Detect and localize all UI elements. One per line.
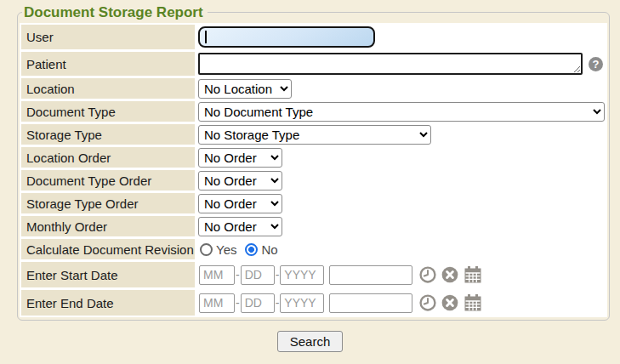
document-type-select[interactable]: No Document Type <box>198 102 605 122</box>
location-row: Location No Location <box>21 78 606 99</box>
search-button[interactable]: Search <box>277 331 344 352</box>
revision-no-radio[interactable] <box>245 243 258 256</box>
calendar-icon[interactable] <box>463 265 483 284</box>
user-row: User <box>21 25 606 49</box>
button-bar: Search <box>0 331 620 352</box>
document-type-label: Document Type <box>21 101 195 122</box>
clear-icon[interactable] <box>441 265 459 284</box>
clear-icon[interactable] <box>441 293 459 312</box>
document-type-field-cell: No Document Type <box>197 101 606 122</box>
location-label: Location <box>21 78 195 99</box>
location-order-field-cell: No Order <box>197 147 606 168</box>
clock-icon[interactable] <box>418 265 437 284</box>
date-separator: - <box>236 268 240 282</box>
revision-yes-radio[interactable] <box>200 243 213 256</box>
calculate-document-revision-row: Calculate Document Revision Yes No <box>21 239 606 259</box>
clock-icon[interactable] <box>418 293 437 312</box>
storage-type-order-label: Storage Type Order <box>21 193 195 213</box>
storage-type-label: Storage Type <box>21 124 195 145</box>
location-field-cell: No Location <box>197 78 606 99</box>
report-fieldset: Document Storage Report User Patient ? <box>17 3 610 321</box>
patient-row: Patient ? <box>21 52 606 76</box>
user-input[interactable] <box>198 26 375 48</box>
revision-yes-label: Yes <box>216 242 236 257</box>
user-field-cell <box>197 25 606 49</box>
start-date-year-input[interactable] <box>280 265 324 285</box>
end-date-day-input[interactable] <box>241 293 275 313</box>
start-date-month-input[interactable] <box>199 265 235 285</box>
start-date-row: Enter Start Date - - <box>21 262 606 287</box>
revision-no-label: No <box>261 242 277 257</box>
monthly-order-select[interactable]: No Order <box>198 217 282 236</box>
storage-type-select[interactable]: No Storage Type <box>198 125 431 145</box>
document-storage-report-page: Document Storage Report User Patient ? <box>0 3 620 364</box>
calculate-document-revision-field-cell: Yes No <box>197 239 606 259</box>
calculate-document-revision-label: Calculate Document Revision <box>21 239 195 259</box>
patient-field-cell: ? <box>197 52 606 76</box>
location-order-row: Location Order No Order <box>21 147 606 168</box>
user-label: User <box>21 25 195 49</box>
start-date-day-input[interactable] <box>241 265 275 285</box>
text-caret <box>205 31 207 43</box>
storage-type-order-row: Storage Type Order No Order <box>21 193 606 213</box>
document-type-order-row: Document Type Order No Order <box>21 170 606 191</box>
end-date-display-input[interactable] <box>329 293 412 313</box>
help-icon[interactable]: ? <box>589 57 603 71</box>
storage-type-order-select[interactable]: No Order <box>198 194 282 213</box>
start-date-field-cell: - - <box>197 262 606 287</box>
document-type-order-select[interactable]: No Order <box>198 171 282 191</box>
storage-type-field-cell: No Storage Type <box>197 124 606 145</box>
patient-label: Patient <box>21 52 195 76</box>
monthly-order-label: Monthly Order <box>21 216 195 236</box>
report-form: User Patient ? Location <box>20 23 607 317</box>
start-date-label: Enter Start Date <box>21 262 195 287</box>
date-separator: - <box>276 296 280 310</box>
end-date-label: Enter End Date <box>21 290 195 316</box>
end-date-field-cell: - - <box>197 290 606 316</box>
end-date-month-input[interactable] <box>199 293 235 313</box>
calendar-icon[interactable] <box>463 293 483 312</box>
storage-type-order-field-cell: No Order <box>197 193 606 213</box>
location-order-select[interactable]: No Order <box>198 148 282 168</box>
document-type-row: Document Type No Document Type <box>21 101 606 122</box>
date-separator: - <box>236 296 240 310</box>
date-separator: - <box>276 268 280 282</box>
location-select[interactable]: No Location <box>198 79 292 99</box>
document-type-order-field-cell: No Order <box>197 170 606 191</box>
end-date-row: Enter End Date - - <box>21 290 606 316</box>
page-title: Document Storage Report <box>22 3 208 21</box>
monthly-order-row: Monthly Order No Order <box>21 216 606 236</box>
end-date-year-input[interactable] <box>280 293 324 313</box>
document-type-order-label: Document Type Order <box>21 170 195 191</box>
monthly-order-field-cell: No Order <box>197 216 606 236</box>
start-date-display-input[interactable] <box>329 265 412 285</box>
storage-type-row: Storage Type No Storage Type <box>21 124 606 145</box>
patient-input[interactable] <box>198 53 583 75</box>
location-order-label: Location Order <box>21 147 195 168</box>
